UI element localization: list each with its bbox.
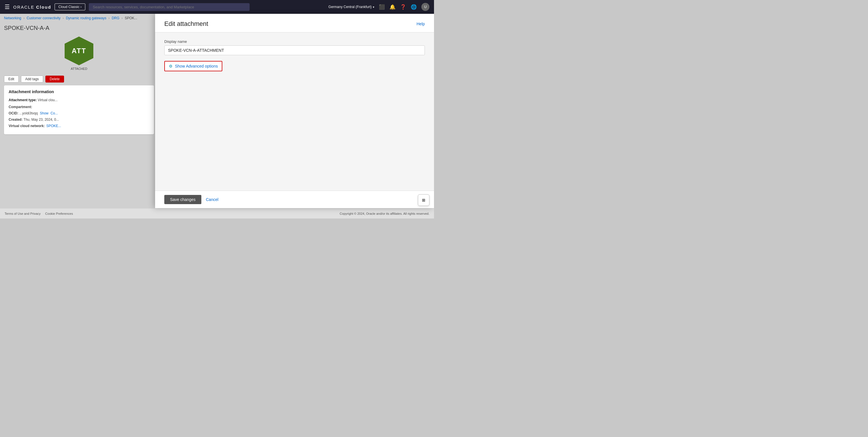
overlay-body: Display name ⚙ Show Advanced options bbox=[155, 32, 434, 191]
question-icon[interactable]: ❓ bbox=[400, 4, 406, 10]
attachment-type-value: Virtual clou... bbox=[38, 98, 57, 102]
ocid-copy[interactable]: Co... bbox=[51, 111, 58, 115]
breadcrumb-current: SPOK... bbox=[125, 16, 137, 20]
breadcrumb-sep4: › bbox=[122, 16, 123, 20]
breadcrumb-dynamic-routing-gateways[interactable]: Dynamic routing gateways bbox=[66, 16, 106, 20]
hamburger-icon[interactable]: ☰ bbox=[5, 3, 10, 10]
chevron-down-icon: ▾ bbox=[373, 5, 374, 9]
page-footer: Terms of Use and Privacy Cookie Preferen… bbox=[0, 208, 434, 218]
display-name-input[interactable] bbox=[164, 46, 425, 55]
advanced-options-container: ⚙ Show Advanced options bbox=[164, 61, 222, 71]
ocid-show-link[interactable]: Show bbox=[40, 111, 49, 115]
breadcrumb-sep1: › bbox=[23, 16, 24, 20]
compartment-row: Compartment: bbox=[9, 105, 149, 109]
nav-right: Germany Central (Frankfurt) ▾ ⬛ 🔔 ❓ 🌐 U bbox=[328, 3, 429, 11]
attachment-type-row: Attachment type: Virtual clou... bbox=[9, 97, 149, 103]
search-input[interactable] bbox=[89, 3, 250, 11]
overlay-title: Edit attachment bbox=[164, 20, 208, 28]
action-buttons: Edit Add tags Delete bbox=[0, 76, 158, 85]
attachment-type-label: Attachment type: bbox=[9, 98, 37, 102]
footer-links: Terms of Use and Privacy Cookie Preferen… bbox=[5, 212, 73, 215]
resource-header: SPOKE-VCN-A-A bbox=[0, 23, 158, 36]
vcn-link[interactable]: SPOKE... bbox=[46, 124, 61, 128]
terms-link[interactable]: Terms of Use and Privacy bbox=[5, 212, 40, 215]
display-name-label: Display name bbox=[164, 39, 425, 44]
help-widget-icon: ⊞ bbox=[422, 198, 425, 202]
add-tags-button[interactable]: Add tags bbox=[21, 76, 43, 83]
filter-sliders-icon: ⚙ bbox=[169, 64, 173, 68]
oracle-logo: ORACLE Cloud bbox=[13, 5, 51, 9]
edit-overlay: Edit attachment Help Display name ⚙ Show… bbox=[155, 14, 434, 208]
attachment-info-panel: Attachment information Attachment type: … bbox=[4, 85, 154, 134]
cloud-classic-button[interactable]: Cloud Classic › bbox=[55, 3, 85, 10]
created-row: Created: Thu, May 23, 2024, 0... bbox=[9, 118, 149, 122]
created-value: Thu, May 23, 2024, 0... bbox=[24, 118, 59, 122]
ocid-value: ...yoldi3tvqq bbox=[19, 111, 38, 115]
top-nav: ☰ ORACLE Cloud Cloud Classic › Germany C… bbox=[0, 0, 434, 14]
compartment-label: Compartment: bbox=[9, 105, 32, 109]
hexagon-shape: ATT bbox=[65, 36, 93, 65]
cancel-link[interactable]: Cancel bbox=[206, 197, 219, 202]
created-label: Created: bbox=[9, 118, 23, 122]
breadcrumb-sep2: › bbox=[63, 16, 64, 20]
info-panel-title: Attachment information bbox=[9, 89, 149, 94]
hex-label-text: ATT bbox=[72, 47, 87, 55]
vcn-row: Virtual cloud network: SPOKE... bbox=[9, 124, 149, 128]
overlay-help-link[interactable]: Help bbox=[416, 22, 425, 26]
breadcrumb-customer-connectivity[interactable]: Customer connectivity bbox=[27, 16, 61, 20]
ocid-row: OCID: ...yoldi3tvqq Show Co... bbox=[9, 111, 149, 115]
region-selector[interactable]: Germany Central (Frankfurt) ▾ bbox=[328, 5, 374, 9]
resource-status: ATTACHED bbox=[71, 67, 87, 70]
avatar[interactable]: U bbox=[421, 3, 429, 11]
hex-icon-wrapper: ATT ATTACHED bbox=[65, 36, 93, 70]
cookies-link[interactable]: Cookie Preferences bbox=[45, 212, 73, 215]
ocid-label: OCID: bbox=[9, 111, 19, 115]
monitor-icon[interactable]: ⬛ bbox=[379, 4, 385, 10]
edit-button[interactable]: Edit bbox=[4, 76, 19, 83]
breadcrumb-sep3: › bbox=[108, 16, 110, 20]
help-widget[interactable]: ⊞ bbox=[418, 194, 429, 206]
show-advanced-options-link[interactable]: Show Advanced options bbox=[175, 64, 218, 68]
resource-icon-area: ATT ATTACHED bbox=[0, 36, 158, 76]
resource-title: SPOKE-VCN-A-A bbox=[4, 25, 154, 31]
overlay-header: Edit attachment Help bbox=[155, 14, 434, 32]
background-page: Networking › Customer connectivity › Dyn… bbox=[0, 14, 158, 208]
save-changes-button[interactable]: Save changes bbox=[164, 195, 202, 204]
bell-icon[interactable]: 🔔 bbox=[390, 4, 396, 10]
delete-button[interactable]: Delete bbox=[45, 76, 64, 83]
globe-icon[interactable]: 🌐 bbox=[411, 4, 417, 10]
breadcrumb-networking[interactable]: Networking bbox=[4, 16, 21, 20]
breadcrumb-drg[interactable]: DRG bbox=[112, 16, 120, 20]
vcn-label: Virtual cloud network: bbox=[9, 124, 45, 128]
copyright-text: Copyright © 2024, Oracle and/or its affi… bbox=[340, 212, 429, 215]
overlay-footer: Save changes Cancel bbox=[155, 191, 434, 208]
breadcrumb: Networking › Customer connectivity › Dyn… bbox=[0, 14, 158, 23]
